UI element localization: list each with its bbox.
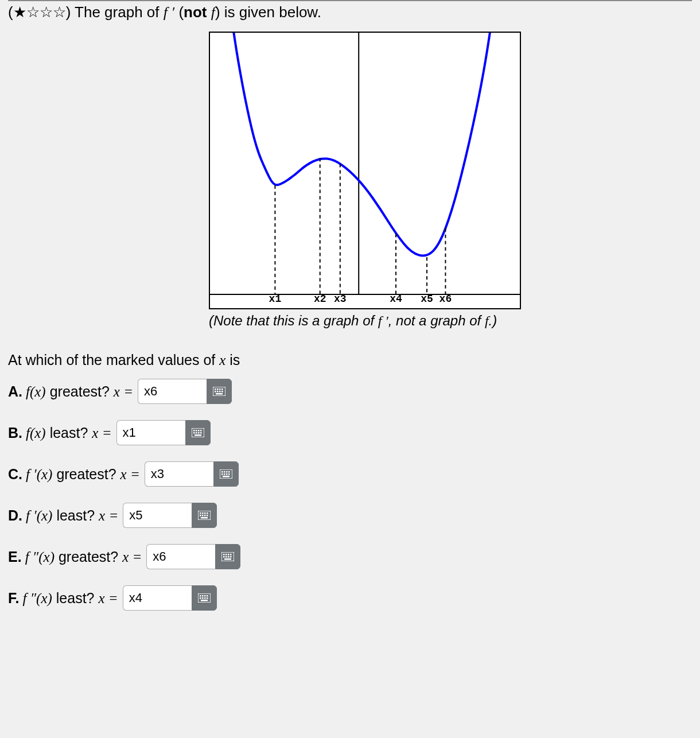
svg-rect-67 [201,600,208,601]
x-tick-label: x4 [390,293,402,305]
svg-rect-24 [196,432,197,434]
svg-rect-13 [215,391,216,393]
svg-rect-50 [225,554,227,556]
figure-caption: (Note that this is a graph of f ′, not a… [209,313,692,329]
question-func: f ′(x) [26,467,52,482]
x-tick-label: x5 [421,293,433,305]
svg-rect-32 [228,471,230,473]
question-row: D.f ′(x) least? x = [8,503,692,528]
svg-rect-22 [200,430,202,432]
question-eq: x = [92,425,111,441]
svg-rect-17 [216,393,223,395]
answer-input[interactable] [123,585,192,611]
svg-rect-65 [204,597,206,599]
svg-rect-15 [219,391,221,393]
svg-rect-54 [225,556,227,558]
question-ask: greatest? [59,549,118,565]
keyboard-icon[interactable] [215,544,240,569]
keyboard-icon[interactable] [185,420,211,445]
svg-rect-9 [215,389,216,390]
svg-rect-59 [200,595,201,597]
question-eq: x = [99,508,118,523]
svg-rect-34 [224,473,225,475]
svg-rect-61 [204,595,206,597]
question-row: F.f ″(x) least? x = [8,585,692,611]
svg-rect-30 [224,471,225,473]
svg-rect-37 [223,476,230,477]
question-letter: A. [8,383,22,399]
svg-rect-60 [202,595,204,597]
question-row: B.f(x) least? x = [8,420,692,445]
answer-input[interactable] [123,503,192,528]
problem-prompt: (★☆☆☆) The graph of f ′ (not f) is given… [8,3,692,21]
x-tick-label: x1 [269,293,282,305]
svg-rect-49 [223,554,225,556]
svg-rect-40 [202,512,204,514]
keyboard-icon[interactable] [192,585,217,611]
svg-rect-20 [196,430,197,432]
svg-rect-14 [217,391,219,393]
svg-rect-44 [202,515,204,516]
svg-rect-52 [230,554,232,556]
svg-rect-66 [207,597,208,599]
question-eq: x = [114,384,133,399]
svg-rect-11 [219,389,221,390]
svg-rect-41 [204,512,206,514]
question-eq: x = [120,467,140,482]
x-tick-label: x6 [440,293,452,305]
svg-rect-29 [221,471,223,473]
plot-svg [210,33,520,308]
answer-input[interactable] [116,420,185,445]
x-tick-label: x3 [334,293,347,305]
x-axis-labels: x1x2x3x4x5x6 [210,293,520,306]
svg-rect-10 [217,389,219,390]
question-eq: x = [98,591,118,606]
svg-rect-56 [230,556,232,558]
question-letter: F. [8,590,19,606]
lead-question: At which of the marked values of x is [8,352,692,368]
svg-rect-36 [228,473,230,475]
svg-rect-42 [207,512,208,514]
question-row: A.f(x) greatest? x = [8,379,692,404]
keyboard-icon[interactable] [192,503,217,528]
svg-rect-57 [224,558,231,560]
question-eq: x = [122,549,142,565]
question-ask: least? [56,507,95,523]
svg-rect-26 [200,432,202,434]
x-tick-label: x2 [314,293,326,305]
answer-input[interactable] [146,544,215,569]
question-row: C.f ′(x) greatest? x = [8,461,692,487]
answer-input[interactable] [138,379,207,404]
svg-rect-21 [198,430,200,432]
question-letter: D. [8,507,22,523]
svg-rect-63 [200,597,201,599]
svg-rect-51 [228,554,230,556]
svg-rect-64 [202,597,204,599]
svg-rect-19 [193,430,195,432]
question-letter: E. [8,549,22,565]
question-letter: B. [8,425,22,441]
svg-rect-46 [207,515,208,516]
keyboard-icon[interactable] [207,379,232,404]
svg-rect-53 [223,556,225,558]
svg-rect-39 [200,512,201,514]
question-ask: least? [56,590,95,606]
question-ask: greatest? [56,466,116,482]
svg-rect-62 [207,595,208,597]
svg-rect-47 [201,517,208,519]
svg-rect-55 [228,556,230,558]
svg-rect-25 [198,432,200,434]
question-func: f ″(x) [25,549,55,565]
question-ask: least? [50,425,88,441]
svg-rect-31 [226,471,228,473]
svg-rect-43 [200,515,201,516]
question-func: f ′(x) [26,508,52,523]
svg-rect-45 [204,515,206,516]
graph-figure: x1x2x3x4x5x6 [209,32,521,309]
question-func: f(x) [26,384,46,399]
svg-rect-33 [221,473,223,475]
keyboard-icon[interactable] [213,461,239,487]
answer-input[interactable] [145,461,213,487]
question-func: f(x) [26,425,46,441]
question-letter: C. [8,466,22,482]
